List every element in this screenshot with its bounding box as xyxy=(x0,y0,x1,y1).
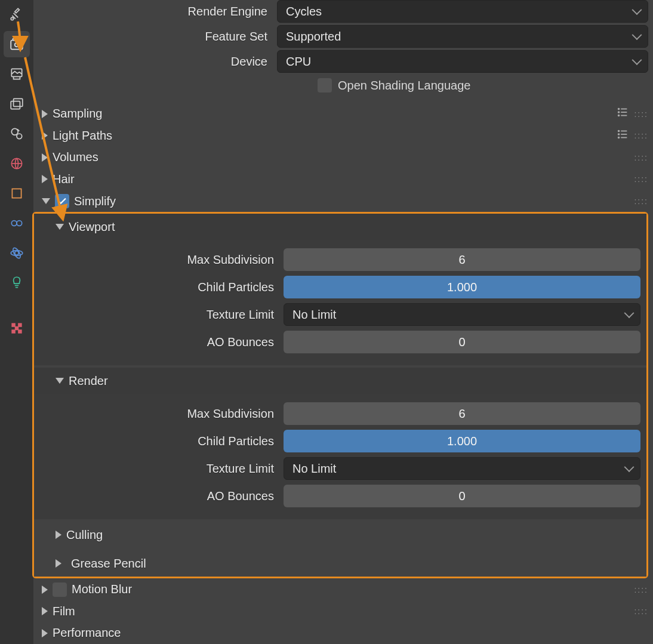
drag-icon[interactable]: :::: xyxy=(634,131,648,140)
feature-set-label: Feature Set xyxy=(33,30,277,44)
svg-rect-1 xyxy=(11,41,23,50)
vp-max-subdiv-label: Max Subdivision xyxy=(40,253,284,267)
rn-child-particles-field[interactable]: 1.000 xyxy=(284,430,640,452)
drag-icon[interactable]: :::: xyxy=(634,196,648,206)
vp-child-particles-label: Child Particles xyxy=(40,281,284,294)
panel-film[interactable]: Film :::: xyxy=(33,600,648,623)
render-engine-dropdown[interactable]: Cycles xyxy=(277,0,648,23)
osl-checkbox[interactable] xyxy=(318,78,332,93)
motion-blur-checkbox[interactable] xyxy=(53,583,67,597)
vp-max-subdiv-field[interactable]: 6 xyxy=(284,248,640,271)
osl-label: Open Shading Language xyxy=(338,79,470,93)
tab-constraints[interactable] xyxy=(4,210,30,236)
vp-ao-bounces-label: AO Bounces xyxy=(40,335,284,349)
tab-view-layer[interactable] xyxy=(4,91,30,117)
panel-light-paths[interactable]: Light Paths :::: xyxy=(33,125,648,147)
render-properties-panel: Render Engine Cycles Feature Set Support… xyxy=(33,0,653,644)
device-label: Device xyxy=(33,55,277,69)
svg-point-21 xyxy=(618,109,620,110)
panel-hair[interactable]: Hair :::: xyxy=(33,168,648,190)
simplify-highlight: Viewport Max Subdivision 6 Child Particl… xyxy=(32,212,648,578)
svg-point-13 xyxy=(15,251,19,255)
drag-icon[interactable]: :::: xyxy=(634,585,648,594)
vp-ao-bounces-field[interactable]: 0 xyxy=(284,331,640,353)
svg-point-22 xyxy=(618,112,620,113)
panel-motion-blur[interactable]: Motion Blur :::: xyxy=(33,578,648,600)
presets-icon[interactable] xyxy=(616,128,629,144)
tab-output[interactable] xyxy=(4,61,30,87)
subpanel-culling[interactable]: Culling xyxy=(34,522,646,548)
tab-texture[interactable] xyxy=(4,315,30,341)
svg-point-7 xyxy=(11,128,18,135)
tab-scene[interactable] xyxy=(4,121,30,147)
svg-point-0 xyxy=(11,17,13,20)
presets-icon[interactable] xyxy=(616,106,629,122)
svg-rect-5 xyxy=(11,101,20,109)
render-engine-label: Render Engine xyxy=(33,5,277,19)
svg-rect-2 xyxy=(13,38,21,40)
tab-render[interactable] xyxy=(4,31,30,57)
rn-ao-bounces-label: AO Bounces xyxy=(40,489,284,503)
panel-performance[interactable]: Performance xyxy=(33,622,648,644)
rn-texture-limit-dropdown[interactable]: No Limit xyxy=(284,457,640,480)
panel-sampling[interactable]: Sampling :::: xyxy=(33,103,648,125)
properties-tabs xyxy=(0,0,33,644)
vp-texture-limit-label: Texture Limit xyxy=(40,308,284,322)
subpanel-render[interactable]: Render xyxy=(34,368,646,394)
tab-object-data[interactable] xyxy=(4,270,30,296)
svg-point-11 xyxy=(11,221,17,226)
rn-texture-limit-label: Texture Limit xyxy=(40,462,284,476)
drag-icon[interactable]: :::: xyxy=(634,109,648,119)
feature-set-dropdown[interactable]: Supported xyxy=(277,25,648,48)
subpanel-grease-pencil[interactable]: Grease Pencil xyxy=(34,550,646,577)
svg-point-15 xyxy=(11,246,21,259)
svg-point-23 xyxy=(618,115,620,116)
device-dropdown[interactable]: CPU xyxy=(277,50,648,73)
svg-point-26 xyxy=(618,137,620,138)
panel-simplify[interactable]: Simplify :::: xyxy=(33,190,648,212)
subpanel-viewport[interactable]: Viewport xyxy=(34,214,646,240)
simplify-checkbox[interactable] xyxy=(55,194,69,208)
rn-max-subdiv-field[interactable]: 6 xyxy=(284,402,640,425)
vp-texture-limit-dropdown[interactable]: No Limit xyxy=(284,303,640,326)
rn-max-subdiv-label: Max Subdivision xyxy=(40,407,284,421)
svg-rect-10 xyxy=(12,189,21,198)
svg-point-12 xyxy=(17,221,22,226)
svg-point-3 xyxy=(15,43,19,47)
svg-rect-20 xyxy=(15,326,19,331)
tab-world[interactable] xyxy=(4,150,30,177)
svg-point-25 xyxy=(618,134,620,135)
drag-icon[interactable]: :::: xyxy=(634,153,648,162)
rn-child-particles-label: Child Particles xyxy=(40,435,284,448)
tab-object[interactable] xyxy=(4,180,30,207)
vp-child-particles-field[interactable]: 1.000 xyxy=(284,276,640,298)
svg-rect-6 xyxy=(14,98,23,106)
tab-tool[interactable] xyxy=(4,1,30,27)
rn-ao-bounces-field[interactable]: 0 xyxy=(284,485,640,507)
tab-physics[interactable] xyxy=(4,240,30,266)
panel-volumes[interactable]: Volumes :::: xyxy=(33,147,648,169)
drag-icon[interactable]: :::: xyxy=(634,606,648,616)
drag-icon[interactable]: :::: xyxy=(634,174,648,184)
svg-point-24 xyxy=(618,130,620,131)
svg-point-8 xyxy=(17,134,22,139)
